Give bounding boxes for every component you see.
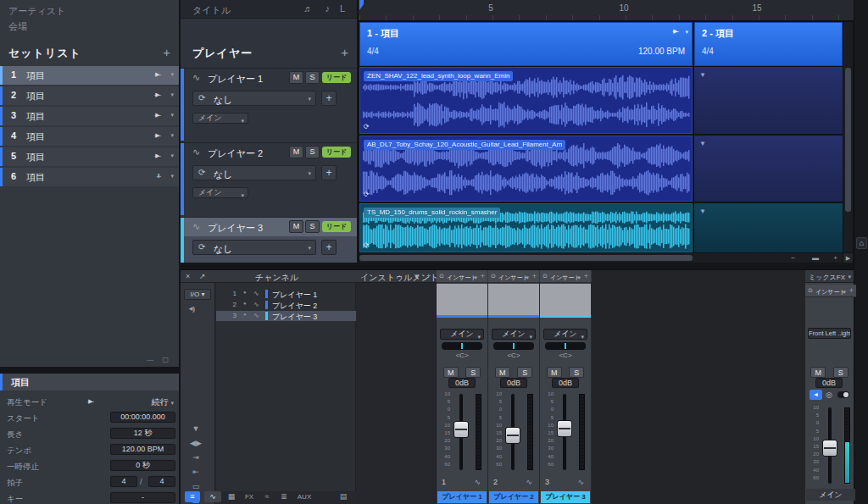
solo-button[interactable]: S: [833, 367, 849, 378]
chevron-down-icon[interactable]: ▾: [170, 112, 174, 119]
patch-select[interactable]: ⟳ なし ▾: [192, 91, 316, 106]
meter-numerator-field[interactable]: 4: [110, 476, 137, 487]
gain-value[interactable]: 0dB: [448, 378, 476, 388]
pan-value[interactable]: <C>: [540, 352, 591, 359]
insert-slot-area[interactable]: [437, 284, 487, 315]
patch-select[interactable]: ⟳ なし ▾: [192, 240, 316, 255]
zoom-slider[interactable]: ▬: [812, 254, 819, 262]
add-patch-button[interactable]: +: [321, 91, 337, 106]
pause-field[interactable]: 0 秒: [110, 460, 175, 471]
volume-fader[interactable]: 10505101520304060: [488, 390, 539, 474]
gain-value[interactable]: 0dB: [500, 378, 527, 388]
aux-bank-tab[interactable]: AUX: [294, 491, 314, 502]
player-row[interactable]: ∿ プレイヤー 1 M S リード: [184, 69, 357, 87]
horizontal-scrollbar[interactable]: − ▬ +: [359, 253, 843, 263]
meter-denominator-field[interactable]: 4: [148, 476, 175, 487]
audio-bank-icon[interactable]: ∿: [204, 491, 221, 502]
home-button[interactable]: ⌂: [856, 237, 867, 249]
start-time-field[interactable]: 00:00:00.000: [110, 412, 175, 423]
player-output-select[interactable]: メイン▾: [192, 113, 248, 124]
cue-speaker-button[interactable]: ◄: [810, 390, 822, 400]
patch-select[interactable]: ⟳ なし ▾: [192, 165, 316, 180]
length-field[interactable]: 12 秒: [110, 428, 175, 439]
scrollbar-thumb[interactable]: [359, 255, 693, 261]
pan-slider[interactable]: [442, 342, 482, 350]
key-field[interactable]: -: [110, 492, 175, 503]
timeline-ruler[interactable]: 5 10 15: [359, 0, 854, 21]
channel-row[interactable]: 3 ● ∿ プレイヤー 3: [216, 311, 356, 321]
close-icon[interactable]: ×: [186, 272, 190, 280]
chevron-down-icon[interactable]: ▾: [170, 132, 174, 139]
empty-lane[interactable]: ▼: [694, 203, 843, 252]
insert-header[interactable]: ⊙ インサート ▾ +: [805, 285, 856, 297]
player-badge[interactable]: リード: [322, 147, 351, 158]
strip-label[interactable]: プレイヤー 1: [437, 491, 487, 503]
playhead-marker[interactable]: [359, 0, 364, 10]
play-mode-icon[interactable]: -▶-: [154, 112, 160, 119]
narrow-strips-icon[interactable]: ◀▶: [187, 437, 204, 450]
add-insert-button[interactable]: +: [849, 286, 854, 295]
zoom-out-icon[interactable]: −: [791, 254, 795, 262]
io-button[interactable]: I/O ▾: [184, 289, 211, 300]
monitor-speaker-icon[interactable]: ◄)): [187, 305, 193, 313]
setlist-item[interactable]: 1 項目 -▶- ▾: [0, 66, 179, 85]
audio-clip[interactable]: ZEN_SHAV_122_lead_synth_loop_wann_Emin ⟳: [359, 67, 693, 134]
add-patch-button[interactable]: +: [321, 165, 337, 180]
play-mode-icon[interactable]: -▶-: [154, 152, 160, 159]
record-dot-icon[interactable]: ●: [243, 301, 247, 306]
scrollbar-thumb[interactable]: [845, 68, 851, 212]
mute-button[interactable]: M: [810, 367, 826, 378]
add-setlist-item-button[interactable]: +: [163, 45, 170, 59]
channel-row[interactable]: 2 ● ∿ プレイヤー 2: [216, 300, 356, 310]
chevron-down-icon[interactable]: ▾: [685, 29, 688, 36]
player-row[interactable]: ∿ プレイヤー 3 M S リード: [184, 218, 357, 236]
mute-button[interactable]: M: [289, 220, 303, 233]
add-insert-button[interactable]: +: [532, 272, 537, 280]
fx-bank-tab[interactable]: FX: [242, 491, 257, 502]
setlist-item[interactable]: 5 項目 -▶- ▾: [0, 147, 179, 166]
channel-row[interactable]: 1 ● ∿ プレイヤー 1: [216, 289, 356, 299]
player-row[interactable]: ∿ プレイヤー 2 M S リード: [184, 143, 357, 162]
expand-left-icon[interactable]: ⇤: [187, 466, 204, 479]
strip-label[interactable]: プレイヤー 2: [489, 491, 538, 503]
insert-slot-area[interactable]: [488, 284, 539, 315]
insert-slot-area[interactable]: [540, 284, 591, 315]
record-dot-icon[interactable]: ●: [243, 312, 247, 317]
notes-icon[interactable]: ♪: [326, 3, 331, 14]
audio-clip[interactable]: TS_MD_150_drums_solid_rockin_smasher ⟳: [359, 203, 693, 252]
lane-menu-icon[interactable]: ▼: [699, 208, 706, 215]
chevron-down-icon[interactable]: ▾: [170, 71, 174, 78]
chevron-down-icon[interactable]: ▾: [170, 91, 174, 98]
output-select[interactable]: メイン▾: [492, 329, 536, 340]
add-player-button[interactable]: +: [341, 45, 348, 59]
pan-slider[interactable]: [545, 342, 586, 350]
pan-value[interactable]: <C>: [488, 352, 539, 359]
section-header[interactable]: 2 - 項目 4/4: [694, 22, 843, 66]
lane-menu-icon[interactable]: ▼: [699, 140, 706, 147]
setlist-item[interactable]: 3 項目 -▶- ▾: [0, 107, 179, 125]
fader-handle[interactable]: [453, 421, 469, 438]
player-badge[interactable]: リード: [322, 72, 351, 83]
output-device-select[interactable]: Front Left ..ight: [808, 328, 851, 339]
output-select[interactable]: メイン▾: [440, 329, 484, 340]
dim-toggle[interactable]: [837, 391, 849, 398]
solo-button[interactable]: S: [305, 220, 320, 233]
mute-button[interactable]: M: [443, 367, 459, 378]
chords-icon[interactable]: ♬: [303, 3, 313, 14]
lane-menu-icon[interactable]: ▼: [699, 71, 706, 79]
play-mode-icon[interactable]: -▶-: [154, 91, 160, 98]
pan-slider[interactable]: [493, 342, 534, 350]
setlist-item[interactable]: 2 項目 -▶- ▾: [0, 86, 179, 105]
solo-button[interactable]: S: [517, 367, 532, 378]
chevron-down-icon[interactable]: ▾: [415, 272, 419, 280]
pan-value[interactable]: <C>: [437, 352, 487, 359]
output-select[interactable]: メイン▾: [543, 329, 587, 340]
solo-button[interactable]: S: [465, 367, 481, 378]
insert-header[interactable]: ⊙ インサート ▾ +: [540, 270, 591, 283]
play-mode-icon[interactable]: -▶-: [672, 28, 678, 35]
player-badge[interactable]: リード: [322, 221, 351, 232]
strip-label[interactable]: プレイヤー 3: [541, 491, 590, 503]
expand-right-icon[interactable]: ⇥: [187, 451, 204, 464]
audio-clip[interactable]: AB_DL7_Toby_Schay_120_Acoustic_Guitar_Le…: [359, 136, 693, 202]
player-output-select[interactable]: メイン▾: [192, 187, 248, 198]
